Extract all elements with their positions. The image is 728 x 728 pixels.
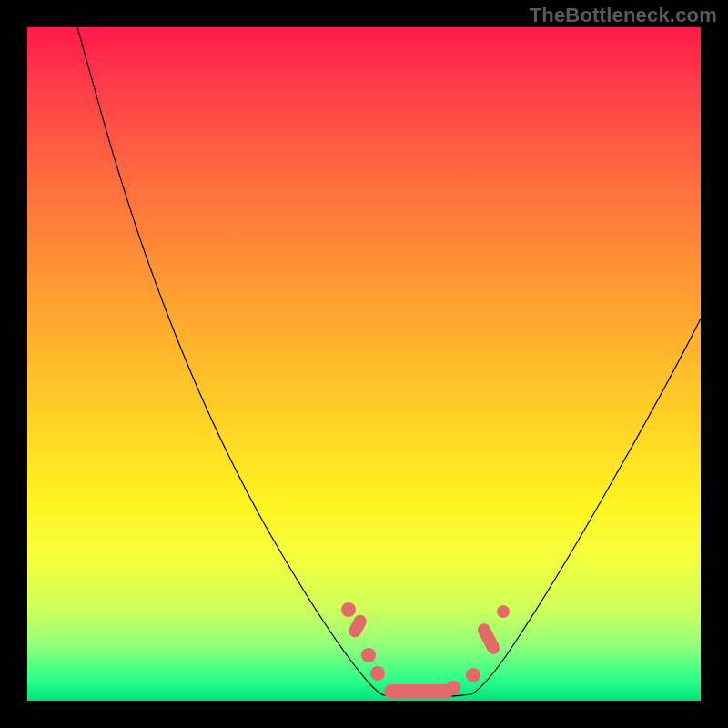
marker-dot [341,602,356,617]
chart-frame: TheBottleneck.com [0,0,728,728]
watermark-text: TheBottleneck.com [530,4,717,27]
marker-dot [497,605,510,618]
svg-rect-2 [475,622,501,656]
marker-pill [384,684,453,699]
left-curve [77,27,384,695]
svg-rect-1 [384,684,453,699]
marker-dot [446,681,460,695]
marker-dot [466,668,480,682]
curve-svg [27,27,701,701]
marker-pill [475,622,501,656]
marker-dot [370,666,385,681]
marker-dot [361,648,376,662]
right-curve [471,318,701,694]
plot-area [27,27,701,701]
